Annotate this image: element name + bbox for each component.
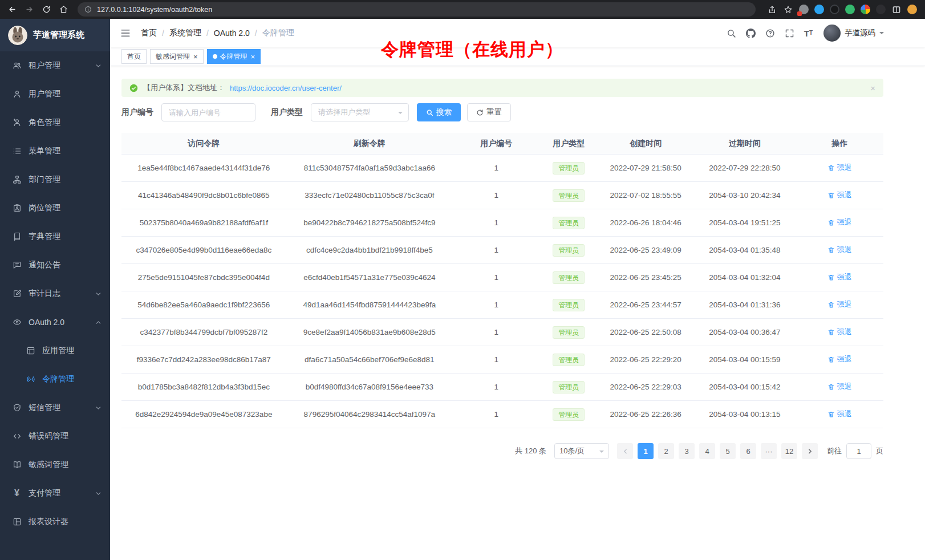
sidebar-item-error-code[interactable]: 错误码管理 xyxy=(0,422,110,451)
sidebar-item-post[interactable]: 岗位管理 xyxy=(0,194,110,222)
sidebar-toggle-icon[interactable] xyxy=(119,27,132,39)
force-logout-button[interactable]: 强退 xyxy=(827,354,852,364)
force-logout-button[interactable]: 强退 xyxy=(827,299,852,310)
cell-expire-time: 2054-03-04 00:15:59 xyxy=(693,355,796,364)
sidebar-item-label: 短信管理 xyxy=(29,403,95,413)
sidebar-item-label: 角色管理 xyxy=(29,117,102,128)
force-logout-button[interactable]: 强退 xyxy=(827,190,852,200)
sidebar-item-notice[interactable]: 通知公告 xyxy=(0,251,110,279)
cell-user-type: 管理员 xyxy=(539,299,598,311)
extension-icon[interactable] xyxy=(861,5,870,14)
extension-icon[interactable] xyxy=(830,5,839,14)
share-icon[interactable] xyxy=(767,5,777,15)
url-text: 127.0.0.1:1024/system/oauth2/token xyxy=(97,6,212,14)
split-view-icon[interactable] xyxy=(891,5,902,15)
force-logout-button[interactable]: 强退 xyxy=(827,327,852,337)
sidebar-item-audit-log[interactable]: 审计日志 xyxy=(0,279,110,308)
page-button[interactable]: 2 xyxy=(658,443,674,459)
sidebar-item-pay[interactable]: ¥支付管理 xyxy=(0,479,110,508)
sidebar-item-oauth2[interactable]: OAuth 2.0 xyxy=(0,308,110,336)
cell-expire-time: 2054-03-04 01:31:36 xyxy=(693,301,796,309)
goto-page-input[interactable] xyxy=(846,443,871,459)
extension-icon[interactable] xyxy=(845,5,855,14)
tab-close-icon[interactable]: × xyxy=(193,53,198,60)
force-logout-button[interactable]: 强退 xyxy=(827,382,852,392)
github-icon[interactable] xyxy=(746,29,756,38)
sidebar-item-oauth2-application[interactable]: 应用管理 xyxy=(0,336,110,365)
browser-reload-button[interactable] xyxy=(39,2,54,17)
extension-icon[interactable] xyxy=(876,5,886,14)
cell-refresh-token: 9ce8ef2aa9f14056b831ae9b608e28d5 xyxy=(286,328,453,336)
tab-1[interactable]: 敏感词管理× xyxy=(150,49,204,64)
force-logout-button[interactable]: 强退 xyxy=(827,245,852,255)
refresh-icon xyxy=(476,109,484,116)
extension-icon[interactable] xyxy=(814,5,824,14)
force-logout-button[interactable]: 强退 xyxy=(827,217,852,228)
force-logout-button[interactable]: 强退 xyxy=(827,272,852,282)
sidebar-item-dict[interactable]: 字典管理 xyxy=(0,222,110,251)
bookmark-star-icon[interactable] xyxy=(783,5,793,15)
breadcrumb-item[interactable]: 首页 xyxy=(141,28,157,38)
prev-page-button[interactable] xyxy=(617,443,633,459)
page-button[interactable]: 3 xyxy=(679,443,695,459)
user-type-select[interactable]: 请选择用户类型 xyxy=(311,103,409,121)
page-button[interactable]: 5 xyxy=(720,443,736,459)
breadcrumb-item[interactable]: OAuth 2.0 xyxy=(214,29,250,38)
cell-user-type: 管理员 xyxy=(539,244,598,257)
page-button[interactable]: 6 xyxy=(740,443,756,459)
search-button[interactable]: 搜索 xyxy=(417,103,461,121)
sidebar-item-dept[interactable]: 部门管理 xyxy=(0,165,110,194)
table-row: c347026e805e4d99b0d116eae66eda8ccdfc4ce9… xyxy=(121,237,883,264)
search-icon[interactable] xyxy=(727,29,736,38)
sidebar-item-menu[interactable]: 菜单管理 xyxy=(0,137,110,165)
force-logout-button[interactable]: 强退 xyxy=(827,163,852,173)
page-size-select[interactable]: 10条/页 xyxy=(554,443,609,459)
extension-icon[interactable] xyxy=(799,5,809,14)
cell-user-id: 1 xyxy=(453,246,539,254)
browser-forward-button[interactable] xyxy=(22,2,36,17)
breadcrumb-item[interactable]: 系统管理 xyxy=(169,28,201,38)
cell-create-time: 2022-07-02 18:55:55 xyxy=(598,191,693,200)
site-info-icon[interactable] xyxy=(84,6,92,13)
page-button[interactable]: 4 xyxy=(699,443,715,459)
page-list: 123456···12 xyxy=(638,443,797,459)
sidebar-item-report-designer[interactable]: 报表设计器 xyxy=(0,508,110,536)
sidebar-item-tenant[interactable]: 租户管理 xyxy=(0,51,110,80)
app-window: 芋道管理系统 租户管理用户管理角色管理菜单管理部门管理岗位管理字典管理通知公告审… xyxy=(0,19,925,560)
sidebar-item-label: 错误码管理 xyxy=(29,431,102,441)
browser-home-button[interactable] xyxy=(56,2,71,17)
user-menu[interactable]: 芋道源码 xyxy=(823,25,884,42)
tab-0[interactable]: 首页 xyxy=(121,49,147,64)
sidebar-item-sms[interactable]: 短信管理 xyxy=(0,393,110,422)
doc-link[interactable]: https://doc.iocoder.cn/user-center/ xyxy=(230,84,342,92)
sidebar-item-sensitive-word[interactable]: 敏感词管理 xyxy=(0,451,110,479)
browser-address-bar[interactable]: 127.0.0.1:1024/system/oauth2/token xyxy=(78,2,756,17)
column-header: 过期时间 xyxy=(693,139,796,149)
fullscreen-icon[interactable] xyxy=(785,29,794,38)
next-page-button[interactable] xyxy=(802,443,818,459)
page-button[interactable]: 1 xyxy=(638,443,654,459)
user-id-input[interactable] xyxy=(161,103,255,121)
sidebar-item-role[interactable]: 角色管理 xyxy=(0,108,110,137)
app-logo[interactable]: 芋道管理系统 xyxy=(0,19,110,51)
cell-user-type: 管理员 xyxy=(539,381,598,393)
cell-access-token: 502375b8040a469a9b82188afdf6af1f xyxy=(121,218,286,227)
browser-profile-avatar[interactable] xyxy=(907,5,917,14)
sensitive-icon xyxy=(12,460,22,470)
force-logout-button[interactable]: 强退 xyxy=(827,409,852,419)
page-button[interactable]: 12 xyxy=(781,443,797,459)
help-icon[interactable] xyxy=(765,29,775,38)
tab-close-icon[interactable]: × xyxy=(251,53,255,60)
reset-button[interactable]: 重置 xyxy=(467,103,511,121)
breadcrumb-item: 令牌管理 xyxy=(262,28,294,38)
sidebar-item-label: 岗位管理 xyxy=(29,203,102,213)
browser-back-button[interactable] xyxy=(5,2,19,17)
force-logout-label: 强退 xyxy=(837,272,852,282)
chevron-down-icon xyxy=(95,490,102,497)
tab-2[interactable]: 令牌管理× xyxy=(207,49,261,64)
page-ellipsis[interactable]: ··· xyxy=(761,443,777,459)
font-size-icon[interactable]: TT xyxy=(804,29,813,38)
sidebar-item-oauth2-token[interactable]: 令牌管理 xyxy=(0,365,110,393)
alert-close-icon[interactable]: × xyxy=(870,84,875,92)
sidebar-item-user[interactable]: 用户管理 xyxy=(0,80,110,108)
